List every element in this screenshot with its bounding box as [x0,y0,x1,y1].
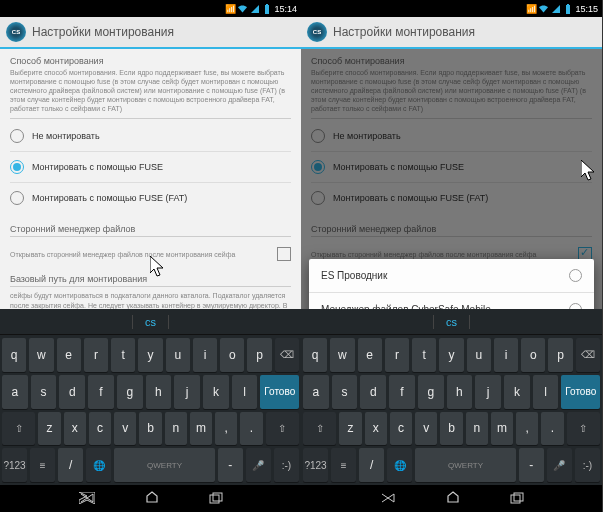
key-p[interactable]: p [548,338,572,372]
suggestion-bar[interactable]: cs [0,309,301,335]
suggestion[interactable]: cs [133,316,168,328]
key-z[interactable]: z [339,412,361,446]
key-m[interactable]: m [491,412,513,446]
key-sym[interactable]: ?123 [303,448,328,482]
key-c[interactable]: c [89,412,111,446]
key-g[interactable]: g [418,375,444,409]
key-f[interactable]: f [88,375,114,409]
suggestion-bar[interactable]: cs [301,309,602,335]
key-mic[interactable]: 🎤 [547,448,572,482]
key-c[interactable]: c [390,412,412,446]
key-s[interactable]: s [332,375,358,409]
nav-home-icon[interactable] [446,490,460,508]
key-u[interactable]: u [166,338,190,372]
key-u[interactable]: u [467,338,491,372]
key-a[interactable]: a [303,375,329,409]
key-a[interactable]: a [2,375,28,409]
key-v[interactable]: v [114,412,136,446]
key-d[interactable]: d [59,375,85,409]
key-l[interactable]: l [533,375,559,409]
key-comma[interactable]: , [516,412,538,446]
key-t[interactable]: t [412,338,436,372]
key-z[interactable]: z [38,412,60,446]
key-l[interactable]: l [232,375,258,409]
dialog-option-es[interactable]: ES Проводник [309,259,594,293]
key-hyphen[interactable]: - [519,448,544,482]
key-r[interactable]: r [385,338,409,372]
key-period[interactable]: . [240,412,262,446]
key-m[interactable]: m [190,412,212,446]
key-i[interactable]: i [494,338,518,372]
key-i[interactable]: i [193,338,217,372]
svg-rect-1 [213,493,222,501]
key-t[interactable]: t [111,338,135,372]
key-o[interactable]: o [521,338,545,372]
status-bar: 📶 15:15 [301,0,602,17]
key-slash[interactable]: / [58,448,83,482]
key-d[interactable]: d [360,375,386,409]
key-comma[interactable]: , [215,412,237,446]
key-q[interactable]: q [303,338,327,372]
nav-recent-icon[interactable] [209,490,223,508]
nav-back-icon[interactable] [79,490,95,508]
key-b[interactable]: b [139,412,161,446]
radio-fuse[interactable]: Монтировать с помощью FUSE [0,154,301,180]
key-space[interactable]: QWERTY [415,448,515,482]
nav-home-icon[interactable] [145,490,159,508]
key-q[interactable]: q [2,338,26,372]
key-k[interactable]: k [504,375,530,409]
key-h[interactable]: h [146,375,172,409]
key-period[interactable]: . [541,412,563,446]
key-action[interactable]: Готово [260,375,299,409]
suggestion[interactable]: cs [434,316,469,328]
key-lang[interactable]: 🌐 [86,448,111,482]
battery-icon [262,4,271,13]
key-slash[interactable]: / [359,448,384,482]
key-y[interactable]: y [439,338,463,372]
key-settings[interactable]: ≡ [331,448,356,482]
key-w[interactable]: w [29,338,53,372]
key-j[interactable]: j [475,375,501,409]
key-backspace[interactable]: ⌫ [275,338,299,372]
key-h[interactable]: h [447,375,473,409]
key-x[interactable]: x [365,412,387,446]
key-shift-r[interactable]: ⇧ [567,412,600,446]
key-sym[interactable]: ?123 [2,448,27,482]
radio-fuse-fat[interactable]: Монтировать с помощью FUSE (FAT) [0,185,301,211]
key-smile[interactable]: :-) [274,448,299,482]
key-shift-r[interactable]: ⇧ [266,412,299,446]
key-shift[interactable]: ⇧ [303,412,336,446]
key-g[interactable]: g [117,375,143,409]
key-k[interactable]: k [203,375,229,409]
key-space[interactable]: QWERTY [114,448,214,482]
key-shift[interactable]: ⇧ [2,412,35,446]
key-r[interactable]: r [84,338,108,372]
key-b[interactable]: b [440,412,462,446]
key-s[interactable]: s [31,375,57,409]
key-e[interactable]: e [358,338,382,372]
key-hyphen[interactable]: - [218,448,243,482]
key-f[interactable]: f [389,375,415,409]
key-j[interactable]: j [174,375,200,409]
radio-no-mount[interactable]: Не монтировать [0,123,301,149]
key-x[interactable]: x [64,412,86,446]
key-w[interactable]: w [330,338,354,372]
key-settings[interactable]: ≡ [30,448,55,482]
key-v[interactable]: v [415,412,437,446]
key-y[interactable]: y [138,338,162,372]
dialog-option-cybersafe[interactable]: Менеджер файлов CyberSafe Mobile [309,293,594,309]
key-p[interactable]: p [247,338,271,372]
nav-back-icon[interactable] [380,490,396,508]
key-o[interactable]: o [220,338,244,372]
key-smile[interactable]: :-) [575,448,600,482]
key-backspace[interactable]: ⌫ [576,338,600,372]
key-action[interactable]: Готово [561,375,600,409]
ext-fm-row[interactable]: Открывать сторонний менеджер файлов посл… [0,241,301,267]
key-n[interactable]: n [165,412,187,446]
key-mic[interactable]: 🎤 [246,448,271,482]
signal-icon [250,4,259,13]
nav-recent-icon[interactable] [510,490,524,508]
key-e[interactable]: e [57,338,81,372]
key-lang[interactable]: 🌐 [387,448,412,482]
key-n[interactable]: n [466,412,488,446]
